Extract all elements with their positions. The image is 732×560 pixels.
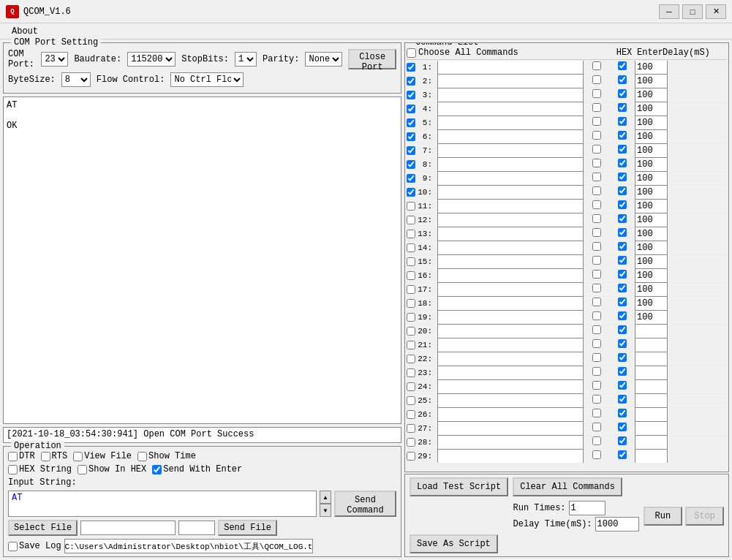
cmd-checkbox-6[interactable] bbox=[407, 132, 415, 141]
cmd-hex-checkbox-7[interactable] bbox=[592, 145, 601, 154]
stop-button[interactable]: Stop bbox=[685, 507, 724, 526]
cmd-enter-checkbox-2[interactable] bbox=[618, 75, 627, 84]
cmd-hex-checkbox-9[interactable] bbox=[592, 173, 601, 181]
cmd-enter-checkbox-23[interactable] bbox=[618, 367, 627, 376]
cmd-hex-checkbox-4[interactable] bbox=[592, 103, 601, 112]
send-command-button[interactable]: Send Command bbox=[334, 491, 396, 517]
cmd-delay-input-10[interactable] bbox=[635, 185, 668, 200]
viewfile-checkbox-label[interactable]: View File bbox=[73, 451, 132, 461]
cmd-enter-checkbox-27[interactable] bbox=[618, 423, 627, 431]
select-file-button[interactable]: Select File bbox=[8, 520, 78, 536]
load-test-script-button[interactable]: Load Test Script bbox=[410, 477, 508, 496]
cmd-checkbox-24[interactable] bbox=[407, 382, 415, 391]
dtr-checkbox[interactable] bbox=[8, 452, 18, 461]
choose-all-checkbox[interactable] bbox=[407, 48, 416, 58]
cmd-checkbox-3[interactable] bbox=[407, 91, 415, 99]
cmd-hex-checkbox-3[interactable] bbox=[592, 89, 601, 98]
cmd-text-input-11[interactable] bbox=[437, 199, 584, 213]
cmd-enter-checkbox-28[interactable] bbox=[618, 436, 627, 445]
cmd-hex-checkbox-27[interactable] bbox=[592, 423, 601, 431]
sendwithenter-checkbox[interactable] bbox=[152, 465, 162, 474]
run-button[interactable]: Run bbox=[644, 507, 683, 526]
savelog-checkbox[interactable] bbox=[8, 542, 18, 551]
cmd-enter-checkbox-3[interactable] bbox=[618, 89, 627, 98]
cmd-hex-checkbox-16[interactable] bbox=[592, 270, 601, 279]
cmd-text-input-14[interactable] bbox=[437, 241, 584, 255]
cmd-text-input-28[interactable] bbox=[437, 435, 584, 450]
bytesize-select[interactable]: 8 bbox=[61, 72, 91, 87]
cmd-delay-input-9[interactable] bbox=[635, 171, 668, 186]
cmd-hex-checkbox-19[interactable] bbox=[592, 311, 601, 320]
cmd-text-input-26[interactable] bbox=[437, 407, 584, 422]
cmd-delay-input-13[interactable] bbox=[635, 227, 668, 241]
cmd-enter-checkbox-24[interactable] bbox=[618, 381, 627, 390]
cmd-enter-checkbox-26[interactable] bbox=[618, 409, 627, 417]
cmd-enter-checkbox-21[interactable] bbox=[618, 339, 627, 348]
cmd-text-input-25[interactable] bbox=[437, 393, 584, 408]
cmd-checkbox-10[interactable] bbox=[407, 188, 415, 197]
cmd-hex-checkbox-23[interactable] bbox=[592, 367, 601, 376]
cmd-checkbox-2[interactable] bbox=[407, 77, 415, 86]
cmd-text-input-15[interactable] bbox=[437, 254, 584, 269]
cmd-text-input-9[interactable] bbox=[437, 171, 584, 186]
cmd-enter-checkbox-10[interactable] bbox=[618, 186, 627, 195]
cmd-hex-checkbox-20[interactable] bbox=[592, 325, 601, 334]
log-path-input[interactable] bbox=[64, 539, 313, 553]
cmd-checkbox-19[interactable] bbox=[407, 313, 415, 322]
cmd-enter-checkbox-4[interactable] bbox=[618, 103, 627, 112]
cmd-hex-checkbox-26[interactable] bbox=[592, 409, 601, 417]
cmd-delay-input-28[interactable] bbox=[635, 435, 668, 450]
input-string-field[interactable]: AT bbox=[8, 491, 317, 517]
close-port-button[interactable]: Close Port bbox=[348, 49, 396, 69]
cmd-delay-input-14[interactable] bbox=[635, 241, 668, 255]
menu-about[interactable]: About bbox=[6, 25, 44, 38]
cmd-enter-checkbox-16[interactable] bbox=[618, 270, 627, 279]
cmd-text-input-20[interactable] bbox=[437, 324, 584, 338]
cmd-text-input-1[interactable] bbox=[437, 61, 584, 75]
cmd-enter-checkbox-17[interactable] bbox=[618, 284, 627, 292]
choose-all-label[interactable]: Choose All Commands bbox=[407, 48, 611, 58]
viewfile-checkbox[interactable] bbox=[73, 452, 83, 461]
cmd-delay-input-8[interactable] bbox=[635, 157, 668, 172]
cmd-checkbox-22[interactable] bbox=[407, 355, 415, 363]
cmd-enter-checkbox-9[interactable] bbox=[618, 173, 627, 181]
cmd-enter-checkbox-6[interactable] bbox=[618, 131, 627, 140]
cmd-hex-checkbox-10[interactable] bbox=[592, 186, 601, 195]
cmd-hex-checkbox-1[interactable] bbox=[592, 61, 601, 70]
cmd-checkbox-11[interactable] bbox=[407, 202, 415, 211]
cmd-hex-checkbox-25[interactable] bbox=[592, 395, 601, 404]
showinhex-checkbox-label[interactable]: Show In HEX bbox=[78, 464, 146, 474]
cmd-hex-checkbox-21[interactable] bbox=[592, 339, 601, 348]
send-file-button[interactable]: Send File bbox=[218, 520, 277, 536]
cmd-checkbox-14[interactable] bbox=[407, 243, 415, 252]
cmd-hex-checkbox-18[interactable] bbox=[592, 298, 601, 306]
cmd-delay-input-18[interactable] bbox=[635, 296, 668, 311]
cmd-delay-input-7[interactable] bbox=[635, 143, 668, 158]
cmd-enter-checkbox-7[interactable] bbox=[618, 145, 627, 154]
cmd-delay-input-16[interactable] bbox=[635, 268, 668, 283]
cmd-text-input-16[interactable] bbox=[437, 268, 584, 283]
cmd-text-input-3[interactable] bbox=[437, 88, 584, 102]
cmd-text-input-29[interactable] bbox=[437, 449, 584, 463]
cmd-checkbox-23[interactable] bbox=[407, 368, 415, 377]
cmd-checkbox-12[interactable] bbox=[407, 216, 415, 224]
showtime-checkbox[interactable] bbox=[137, 452, 147, 461]
cmd-hex-checkbox-2[interactable] bbox=[592, 75, 601, 84]
com-port-select[interactable]: 23 bbox=[41, 52, 68, 67]
cmd-delay-input-15[interactable] bbox=[635, 254, 668, 269]
cmd-text-input-4[interactable] bbox=[437, 102, 584, 116]
cmd-checkbox-17[interactable] bbox=[407, 285, 415, 294]
minimize-button[interactable]: ─ bbox=[659, 4, 679, 19]
cmd-checkbox-16[interactable] bbox=[407, 271, 415, 280]
cmd-text-input-5[interactable] bbox=[437, 116, 584, 130]
scroll-up-btn[interactable]: ▲ bbox=[320, 491, 331, 504]
run-times-input[interactable] bbox=[569, 501, 605, 515]
maximize-button[interactable]: □ bbox=[682, 4, 703, 19]
baudrate-select[interactable]: 115200 bbox=[127, 52, 176, 67]
cmd-delay-input-5[interactable] bbox=[635, 116, 668, 130]
cmd-checkbox-8[interactable] bbox=[407, 160, 415, 169]
cmd-delay-input-21[interactable] bbox=[635, 338, 668, 352]
cmd-enter-checkbox-1[interactable] bbox=[618, 61, 627, 70]
cmd-hex-checkbox-17[interactable] bbox=[592, 284, 601, 292]
cmd-hex-checkbox-6[interactable] bbox=[592, 131, 601, 140]
